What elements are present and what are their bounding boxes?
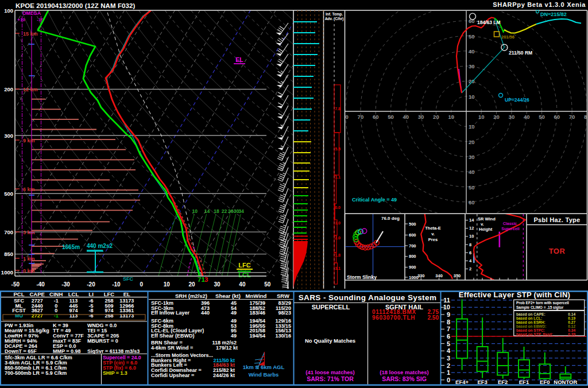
svg-text:based on EBWD:: based on EBWD:: [516, 324, 546, 328]
svg-text:18: 18: [214, 208, 219, 214]
svg-text:183/46: 183/46: [249, 310, 265, 316]
svg-text:258: 258: [105, 313, 113, 319]
svg-text:0.0: 0.0: [335, 205, 341, 209]
svg-text:SUPERCELL: SUPERCELL: [312, 304, 350, 311]
svg-text:CINH: CINH: [49, 291, 63, 297]
svg-text:TOR: TOR: [549, 247, 566, 255]
svg-text:+10: +10: [17, 17, 25, 22]
svg-text:CAPE: CAPE: [29, 291, 44, 297]
svg-text:60: 60: [554, 114, 560, 120]
svg-text:Inf. Temp.: Inf. Temp.: [326, 12, 343, 17]
svg-text:1: 1: [447, 369, 450, 376]
svg-text:30: 30: [469, 63, 475, 69]
svg-text:Storm Slinky: Storm Slinky: [347, 274, 377, 280]
svg-text:EL: EL: [235, 56, 243, 63]
svg-text:60: 60: [373, 114, 379, 120]
svg-text:3.1: 3.1: [335, 266, 341, 270]
svg-text:194/54: 194/54: [249, 333, 265, 339]
svg-text:SRH (m2/s2): SRH (m2/s2): [175, 293, 207, 299]
svg-text:20: 20: [493, 114, 500, 120]
svg-text:0.39: 0.39: [568, 332, 575, 336]
svg-text:DownT = 65F: DownT = 65F: [5, 348, 37, 354]
svg-text:12: 12: [469, 226, 474, 231]
svg-text:50: 50: [469, 184, 475, 191]
svg-text:700: 700: [409, 243, 416, 249]
svg-text:6: 6: [469, 250, 471, 255]
svg-text:SFC: SFC: [123, 276, 134, 282]
svg-text:1000: 1000: [1, 269, 13, 276]
svg-text:Critical Angle = 49: Critical Angle = 49: [352, 197, 397, 203]
svg-text:10: 10: [192, 208, 198, 214]
svg-text:40: 40: [239, 281, 246, 288]
svg-text:30: 30: [418, 114, 424, 120]
svg-text:330: 330: [417, 273, 425, 278]
svg-text:6 km: 6 km: [23, 187, 35, 192]
svg-text:0 km: 0 km: [23, 268, 35, 274]
svg-text:0.27: 0.27: [568, 320, 575, 324]
svg-text:SR Wind: SR Wind: [478, 216, 496, 222]
svg-text:-30: -30: [61, 281, 70, 288]
svg-text:OMEGA: OMEGA: [22, 10, 41, 16]
svg-text:49: 49: [231, 333, 237, 339]
svg-text:500: 500: [4, 191, 13, 197]
svg-text:SHARPpy Beta v1.3.0 Xenia: SHARPpy Beta v1.3.0 Xenia: [493, 1, 586, 8]
svg-text:800: 800: [409, 254, 416, 259]
svg-text:20: 20: [189, 281, 196, 288]
svg-text:340: 340: [435, 273, 443, 278]
svg-text:UP=244/26: UP=244/26: [505, 97, 529, 103]
svg-text:KPOE 20190413/2000 (12Z NA: KPOE 20190413/2000 (12Z NAM F032): [16, 2, 136, 9]
svg-text:-1: -1: [54, 313, 59, 319]
svg-text:EL: EL: [123, 291, 130, 297]
svg-text:Effective Layer STP (with CIN): Effective Layer STP (with CIN): [459, 290, 570, 299]
svg-text:2727: 2727: [32, 313, 43, 319]
svg-text:-10: -10: [112, 281, 121, 288]
svg-text:3: 3: [204, 276, 208, 283]
svg-text:4: 4: [447, 347, 451, 354]
svg-text:SARS - Sounding Analogue Syste: SARS - Sounding Analogue System: [299, 293, 437, 302]
svg-text:10: 10: [469, 123, 475, 130]
svg-text:v.: v.: [431, 231, 435, 236]
svg-text:MMP = 0.98: MMP = 0.98: [53, 348, 81, 354]
svg-text:Wind Barbs: Wind Barbs: [249, 371, 279, 378]
svg-text:SARS: 71% TOR: SARS: 71% TOR: [307, 375, 354, 382]
svg-text:9: 9: [447, 311, 450, 318]
svg-text:13173: 13173: [119, 313, 134, 319]
svg-text:EF3: EF3: [477, 379, 487, 385]
svg-text:130/16: 130/16: [275, 333, 291, 339]
svg-text:10: 10: [443, 304, 450, 311]
svg-text:1.1: 1.1: [335, 175, 341, 179]
svg-text:0: 0: [447, 377, 450, 383]
svg-text:2.50: 2.50: [428, 315, 439, 321]
svg-text:850: 850: [4, 251, 13, 257]
svg-text:201/56: 201/56: [501, 34, 514, 40]
svg-text:0.19: 0.19: [568, 316, 575, 320]
svg-text:20: 20: [433, 114, 439, 120]
svg-text:211/50 RM: 211/50 RM: [509, 50, 532, 56]
svg-text:60: 60: [469, 199, 475, 205]
svg-text:based on CAPE:: based on CAPE:: [516, 312, 546, 316]
svg-text:700-500mb LR = 5.9 C/km: 700-500mb LR = 5.9 C/km: [5, 370, 67, 376]
svg-text:40: 40: [469, 48, 475, 55]
svg-text:Psbl Haz. Type: Psbl Haz. Type: [533, 216, 580, 223]
svg-text:8: 8: [447, 319, 450, 325]
svg-text:6: 6: [447, 333, 450, 340]
svg-text:LI: LI: [88, 291, 93, 297]
svg-text:MU: MU: [15, 313, 23, 319]
svg-text:50: 50: [264, 281, 271, 288]
svg-text:7: 7: [447, 325, 450, 332]
svg-text:500: 500: [409, 222, 416, 227]
svg-text:300: 300: [4, 133, 13, 139]
svg-text:30: 30: [469, 154, 475, 160]
svg-text:SHIP = 1.3: SHIP = 1.3: [103, 370, 127, 376]
svg-text:20: 20: [469, 139, 475, 145]
svg-text:5: 5: [447, 340, 450, 347]
svg-text:Pres: Pres: [428, 237, 438, 242]
svg-text:(41 loose matches): (41 loose matches): [305, 369, 355, 375]
svg-text:700: 700: [4, 229, 13, 235]
svg-text:70: 70: [358, 114, 364, 120]
svg-text:LCL: LCL: [238, 271, 251, 278]
svg-text:40: 40: [469, 169, 475, 175]
svg-text:15 km: 15 km: [23, 31, 38, 37]
svg-text:DN=215/82: DN=215/82: [540, 11, 567, 17]
svg-text:4-6km SR Wind =: 4-6km SR Wind =: [151, 345, 193, 351]
